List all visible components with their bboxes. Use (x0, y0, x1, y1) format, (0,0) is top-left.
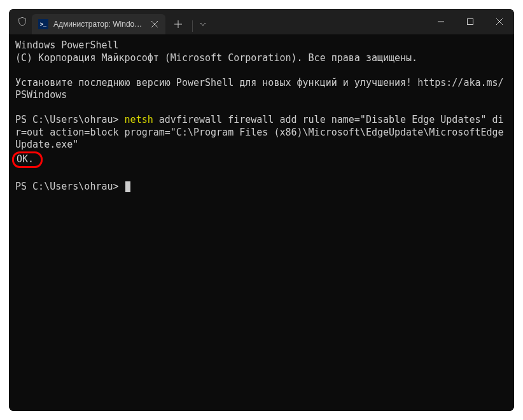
result-ok-highlight: ОК. (12, 151, 43, 169)
minimize-button[interactable] (426, 9, 456, 34)
admin-shield-icon (17, 16, 28, 27)
new-tab-button[interactable] (168, 14, 188, 34)
close-button[interactable] (485, 9, 514, 34)
command-name: netsh (125, 114, 153, 125)
tab-powershell[interactable]: >_ Администратор: Windows Po (32, 14, 165, 34)
svg-rect-5 (468, 19, 473, 25)
window-controls (426, 9, 514, 34)
terminal-output[interactable]: Windows PowerShell (C) Корпорация Майкро… (9, 34, 514, 411)
cursor (125, 181, 130, 192)
ps-header-line2: (C) Корпорация Майкрософт (Microsoft Cor… (15, 52, 417, 64)
ps-header-line1: Windows PowerShell (15, 39, 119, 51)
terminal-window: >_ Администратор: Windows Po (9, 9, 514, 411)
tab-close-button[interactable] (149, 18, 160, 30)
tab-dropdown-button[interactable] (193, 14, 213, 34)
prompt-1: PS C:\Users\ohrau> (15, 114, 125, 125)
powershell-icon: >_ (38, 19, 48, 29)
maximize-button[interactable] (456, 9, 485, 34)
tab-title: Администратор: Windows Po (53, 20, 144, 29)
titlebar: >_ Администратор: Windows Po (9, 9, 514, 34)
prompt-2: PS C:\Users\ohrau> (15, 181, 125, 192)
ps-notice: Установите последнюю версию PowerShell д… (15, 77, 504, 101)
